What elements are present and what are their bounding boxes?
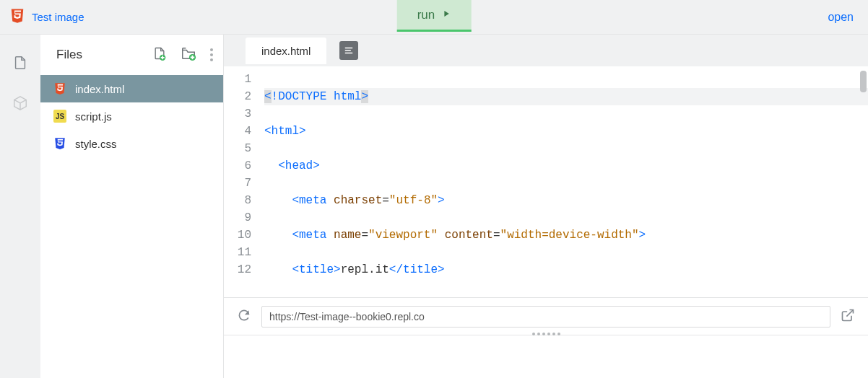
file-icon[interactable]	[12, 53, 28, 75]
code-content[interactable]: <!DOCTYPE html> <html> <head> <meta char…	[259, 66, 868, 297]
js-icon: JS	[53, 110, 66, 123]
open-link[interactable]: open	[828, 11, 854, 24]
file-row-index-html[interactable]: index.html	[40, 75, 223, 102]
preview-pane	[224, 335, 868, 378]
file-row-label: style.css	[75, 138, 117, 150]
project-brand[interactable]: Test image	[0, 8, 84, 27]
play-icon	[440, 8, 451, 22]
html5-icon	[10, 8, 25, 27]
top-bar: Test image run open	[0, 0, 868, 35]
files-title: Files	[56, 48, 139, 62]
project-name: Test image	[32, 11, 84, 23]
open-external-icon[interactable]	[841, 308, 855, 325]
run-label: run	[417, 8, 435, 22]
scrollbar-thumb[interactable]	[860, 71, 867, 92]
new-file-icon[interactable]	[152, 45, 167, 65]
run-button[interactable]: run	[397, 0, 472, 32]
editor-tab-active[interactable]: index.html	[246, 38, 326, 64]
left-rail	[0, 35, 40, 378]
html5-icon	[53, 82, 66, 95]
files-panel: Files index.html JS script.js style.css	[40, 35, 224, 378]
new-folder-icon[interactable]	[180, 45, 197, 64]
css-icon	[53, 137, 66, 150]
file-row-label: script.js	[75, 110, 112, 123]
files-header: Files	[40, 35, 223, 75]
file-row-script-js[interactable]: JS script.js	[40, 102, 223, 130]
preview-url-input[interactable]	[261, 306, 830, 328]
reload-icon[interactable]	[237, 308, 251, 325]
preview-toolbar	[224, 297, 868, 335]
package-icon[interactable]	[12, 95, 28, 114]
line-gutter: 1 2 3 4 5 6 7 8 9 10 11 12	[224, 66, 259, 297]
pane-resize-handle[interactable]	[530, 332, 562, 336]
editor-area: index.html 1 2 3 4 5 6 7 8 9 10 11 12 <!…	[224, 35, 868, 378]
code-editor[interactable]: 1 2 3 4 5 6 7 8 9 10 11 12 <!DOCTYPE htm…	[224, 66, 868, 297]
files-menu-icon[interactable]	[210, 48, 213, 61]
file-row-style-css[interactable]: style.css	[40, 130, 223, 157]
file-row-label: index.html	[75, 83, 124, 95]
format-button[interactable]	[339, 41, 358, 60]
editor-tabbar: index.html	[224, 35, 868, 66]
